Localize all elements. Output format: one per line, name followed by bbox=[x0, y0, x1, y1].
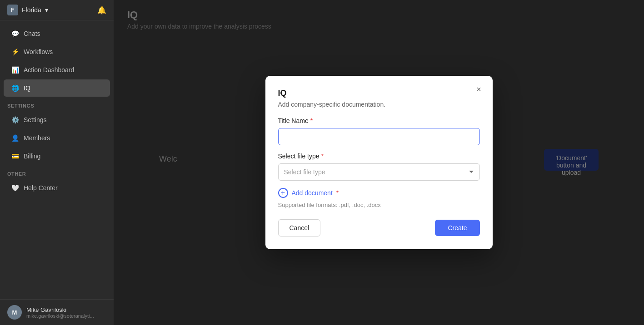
sidebar-item-settings[interactable]: ⚙️ Settings bbox=[4, 111, 110, 128]
sidebar-item-workflows[interactable]: ⚡ Workflows bbox=[4, 43, 110, 60]
sidebar-item-help-center[interactable]: 🤍 Help Center bbox=[4, 179, 110, 197]
other-section-label: OTHER bbox=[0, 166, 114, 178]
brand-name: Florida bbox=[22, 6, 41, 14]
sidebar-item-iq[interactable]: 🌐 IQ bbox=[4, 79, 110, 97]
sidebar-item-label: Action Dashboard bbox=[24, 66, 74, 74]
plus-circle-icon: + bbox=[278, 188, 288, 198]
sidebar-item-members[interactable]: 👤 Members bbox=[4, 129, 110, 147]
bell-icon[interactable]: 🔔 bbox=[97, 6, 106, 15]
create-button[interactable]: Create bbox=[435, 220, 479, 236]
add-document-label: Add document bbox=[292, 189, 333, 197]
gear-icon: ⚙️ bbox=[11, 116, 19, 124]
main-content: IQ Add your own data to improve the anal… bbox=[114, 0, 644, 325]
card-icon: 💳 bbox=[11, 152, 19, 160]
avatar: M bbox=[7, 305, 22, 320]
cancel-button[interactable]: Cancel bbox=[278, 219, 321, 236]
modal-description: Add company-specific documentation. bbox=[278, 101, 480, 108]
globe-icon: 🌐 bbox=[11, 84, 19, 92]
required-star-file: * bbox=[321, 153, 324, 160]
title-name-input[interactable] bbox=[278, 128, 480, 145]
heart-icon: 🤍 bbox=[11, 184, 19, 192]
sidebar-item-chats[interactable]: 💬 Chats bbox=[4, 25, 110, 42]
sidebar: F Florida ▾ 🔔 💬 Chats ⚡ Workflows 📊 Acti… bbox=[0, 0, 114, 325]
sidebar-item-action-dashboard[interactable]: 📊 Action Dashboard bbox=[4, 61, 110, 79]
file-formats-text: Supported file formats: .pdf, .doc, .doc… bbox=[278, 202, 480, 208]
sidebar-brand[interactable]: F Florida ▾ bbox=[7, 5, 48, 15]
dashboard-icon: 📊 bbox=[11, 66, 19, 74]
select-file-type-label: Select file type * bbox=[278, 153, 480, 160]
chat-icon: 💬 bbox=[11, 30, 19, 38]
sidebar-item-label: IQ bbox=[24, 84, 30, 92]
sidebar-item-label: Workflows bbox=[24, 48, 53, 55]
user-name: Mike Gavriloski bbox=[26, 306, 94, 313]
sidebar-header: F Florida ▾ 🔔 bbox=[0, 0, 114, 20]
settings-section-label: SETTINGS bbox=[0, 98, 114, 110]
brand-letter: F bbox=[7, 5, 18, 15]
sidebar-item-label: Members bbox=[24, 134, 50, 142]
add-document-button[interactable]: + Add document * bbox=[278, 188, 339, 198]
user-email: mike.gavriloski@soteranalyti... bbox=[26, 313, 94, 319]
modal-overlay: × IQ Add company-specific documentation.… bbox=[114, 0, 644, 325]
add-document-star: * bbox=[336, 189, 339, 197]
workflow-icon: ⚡ bbox=[11, 48, 19, 56]
modal-close-button[interactable]: × bbox=[473, 83, 485, 96]
required-star: * bbox=[310, 117, 313, 124]
sidebar-item-label: Settings bbox=[24, 116, 47, 123]
user-info: Mike Gavriloski mike.gavriloski@soterana… bbox=[26, 306, 94, 319]
sidebar-item-label: Billing bbox=[24, 153, 40, 160]
modal-title: IQ bbox=[278, 89, 480, 98]
title-name-label: Title Name * bbox=[278, 117, 480, 124]
sidebar-footer: M Mike Gavriloski mike.gavriloski@sotera… bbox=[0, 299, 114, 325]
sidebar-item-billing[interactable]: 💳 Billing bbox=[4, 148, 110, 165]
sidebar-item-label: Help Center bbox=[24, 184, 58, 192]
sidebar-item-label: Chats bbox=[24, 30, 40, 37]
modal: × IQ Add company-specific documentation.… bbox=[265, 76, 493, 249]
modal-actions: Cancel Create bbox=[278, 219, 480, 236]
file-type-select[interactable]: Select file type bbox=[278, 163, 480, 181]
sidebar-nav: 💬 Chats ⚡ Workflows 📊 Action Dashboard 🌐… bbox=[0, 20, 114, 299]
person-icon: 👤 bbox=[11, 134, 19, 142]
chevron-down-icon: ▾ bbox=[45, 6, 48, 14]
